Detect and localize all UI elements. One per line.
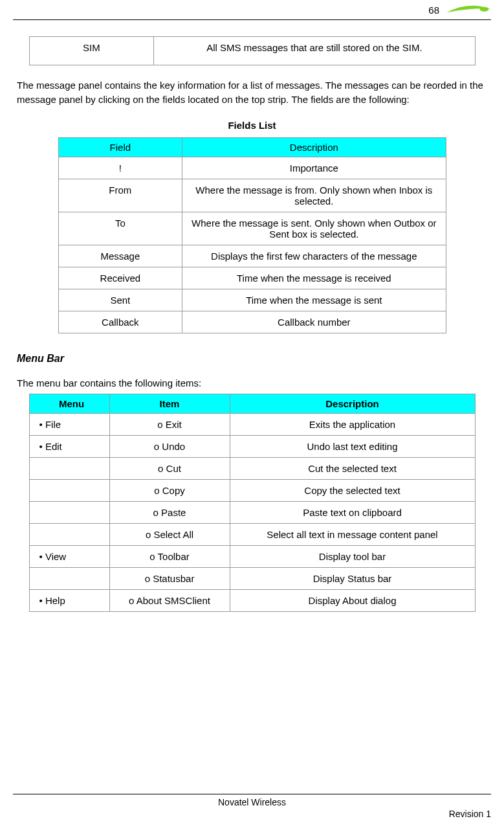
desc-cell: Importance	[182, 157, 446, 179]
table-row: • Helpo About SMSClientDisplay About dia…	[29, 589, 475, 611]
fields-list-table: Field Description !Importance FromWhere …	[58, 137, 446, 333]
menu-cell	[29, 501, 109, 523]
field-cell: Sent	[58, 289, 182, 311]
table-row: o CopyCopy the selected text	[29, 479, 475, 501]
table-row: • Viewo ToolbarDisplay tool bar	[29, 545, 475, 567]
field-cell: From	[58, 179, 182, 212]
desc-cell: Display About dialog	[230, 589, 475, 611]
page-footer: Novatel Wireless Revision 1	[13, 794, 491, 819]
desc-cell: Displays the first few characters of the…	[182, 245, 446, 267]
desc-cell: Undo last text editing	[230, 435, 475, 457]
desc-cell: Where the message is sent. Only shown wh…	[182, 212, 446, 245]
table-row: !Importance	[58, 157, 446, 179]
menu-cell: • Edit	[29, 435, 109, 457]
desc-cell: Copy the selected text	[230, 479, 475, 501]
item-cell: o Statusbar	[109, 567, 230, 589]
item-cell: o Select All	[109, 523, 230, 545]
table-row: MessageDisplays the first few characters…	[58, 245, 446, 267]
desc-cell: Exits the application	[230, 413, 475, 435]
desc-cell: Select all text in message content panel	[230, 523, 475, 545]
table-row: CallbackCallback number	[58, 311, 446, 333]
table-row: • Fileo ExitExits the application	[29, 413, 475, 435]
table-row: FromWhere the message is from. Only show…	[58, 179, 446, 212]
fields-header-field: Field	[58, 137, 182, 157]
item-cell: o Undo	[109, 435, 230, 457]
desc-cell: Display tool bar	[230, 545, 475, 567]
menu-cell: • File	[29, 413, 109, 435]
menu-cell: • Help	[29, 589, 109, 611]
item-cell: o Toolbar	[109, 545, 230, 567]
field-cell: To	[58, 212, 182, 245]
fields-list-title: Fields List	[13, 120, 491, 131]
menu-cell: • View	[29, 545, 109, 567]
svg-point-0	[480, 7, 489, 12]
desc-cell: Time when the message is received	[182, 267, 446, 289]
fields-header-description: Description	[182, 137, 446, 157]
table-row: SentTime when the message is sent	[58, 289, 446, 311]
sim-cell-label: SIM	[29, 37, 154, 65]
menu-cell	[29, 523, 109, 545]
menu-bar-intro: The menu bar contains the following item…	[17, 377, 487, 388]
desc-cell: Time when the message is sent	[182, 289, 446, 311]
table-row: ReceivedTime when the message is receive…	[58, 267, 446, 289]
menu-header-description: Description	[230, 394, 475, 413]
footer-center-text: Novatel Wireless	[91, 797, 413, 807]
paragraph-intro: The message panel contains the key infor…	[17, 78, 487, 107]
field-cell: Callback	[58, 311, 182, 333]
item-cell: o Paste	[109, 501, 230, 523]
desc-cell: Cut the selected text	[230, 457, 475, 479]
sim-table: SIM All SMS messages that are still stor…	[29, 36, 476, 65]
field-cell: !	[58, 157, 182, 179]
desc-cell: Paste text on clipboard	[230, 501, 475, 523]
table-row: o CutCut the selected text	[29, 457, 475, 479]
menu-cell	[29, 457, 109, 479]
footer-rule	[13, 794, 491, 794]
table-row: o Select AllSelect all text in message c…	[29, 523, 475, 545]
table-row: • Edito UndoUndo last text editing	[29, 435, 475, 457]
footer-right-text: Revision 1	[413, 797, 491, 819]
item-cell: o Exit	[109, 413, 230, 435]
field-cell: Received	[58, 267, 182, 289]
logo-swoosh-icon	[446, 3, 491, 16]
desc-cell: Callback number	[182, 311, 446, 333]
item-cell: o Cut	[109, 457, 230, 479]
menu-cell	[29, 479, 109, 501]
desc-cell: Where the message is from. Only shown wh…	[182, 179, 446, 212]
header-rule	[13, 19, 491, 20]
field-cell: Message	[58, 245, 182, 267]
menu-header-item: Item	[109, 394, 230, 413]
item-cell: o Copy	[109, 479, 230, 501]
table-row: o StatusbarDisplay Status bar	[29, 567, 475, 589]
menu-bar-heading: Menu Bar	[17, 353, 487, 365]
item-cell: o About SMSClient	[109, 589, 230, 611]
table-row: o PastePaste text on clipboard	[29, 501, 475, 523]
menu-header-menu: Menu	[29, 394, 109, 413]
sim-cell-desc: All SMS messages that are still stored o…	[154, 37, 475, 65]
menu-cell	[29, 567, 109, 589]
page-number: 68	[428, 5, 439, 16]
desc-cell: Display Status bar	[230, 567, 475, 589]
table-row: ToWhere the message is sent. Only shown …	[58, 212, 446, 245]
menu-bar-table: Menu Item Description • Fileo ExitExits …	[29, 394, 476, 612]
